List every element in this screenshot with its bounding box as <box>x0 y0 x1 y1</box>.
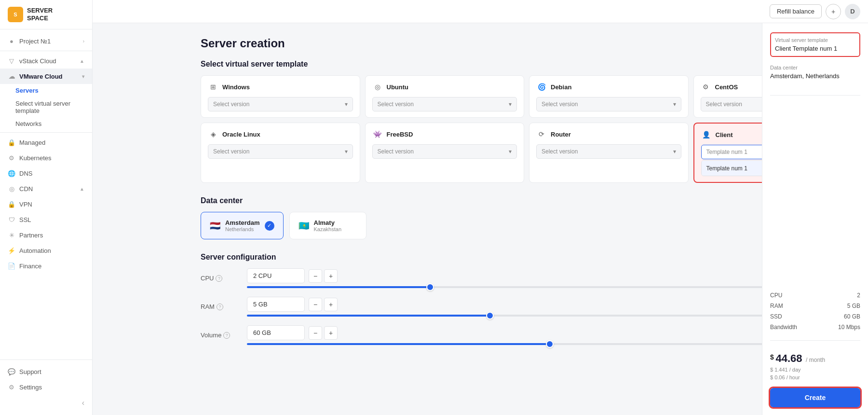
volume-decrease-button[interactable]: − <box>309 326 322 340</box>
rp-bandwidth-label: Bandwidth <box>770 324 797 331</box>
rp-template-value: Client Template num 1 <box>775 45 855 52</box>
centos-icon: ⚙ <box>701 82 711 92</box>
debian-version-select[interactable]: Select version ▾ <box>536 97 681 111</box>
template-card-freebsd-header: 👾 FreeBSD <box>372 129 517 139</box>
rp-template-highlighted: Virtual server template Client Template … <box>770 32 860 57</box>
sidebar-item-cdn[interactable]: ◎ CDN ▲ <box>0 181 92 196</box>
rp-ssd-spec: SSD 60 GB <box>770 313 860 320</box>
amsterdam-info: Amsterdam Netherlands <box>225 219 260 232</box>
managed-icon: 🔒 <box>8 138 15 146</box>
sidebar-item-support[interactable]: 💬 Support <box>0 364 92 379</box>
template-grid: ⊞ Windows Select version ▾ ◎ Ubuntu Sele… <box>201 75 853 183</box>
sidebar-managed-label: Managed <box>19 139 45 146</box>
sidebar-item-ssl[interactable]: 🛡 SSL <box>0 212 92 227</box>
partners-icon: ✳ <box>8 231 15 239</box>
sidebar-bottom: 💬 Support ⚙ Settings ‹ <box>0 360 92 415</box>
debian-name: Debian <box>551 83 571 91</box>
rp-ram-label: RAM <box>770 303 783 309</box>
oracle-version-chevron: ▾ <box>345 148 348 155</box>
sidebar-item-networks[interactable]: Networks <box>15 117 92 130</box>
windows-version-select[interactable]: Select version ▾ <box>208 97 353 111</box>
amsterdam-country: Netherlands <box>225 226 260 232</box>
template-card-freebsd[interactable]: 👾 FreeBSD Select version ▾ <box>365 123 525 183</box>
sidebar-item-settings[interactable]: ⚙ Settings <box>0 379 92 395</box>
sidebar-collapse-button[interactable]: ‹ <box>0 395 92 411</box>
cpu-help-icon[interactable]: ? <box>216 275 222 282</box>
dns-icon: 🌐 <box>8 169 15 177</box>
rp-datacenter-section: Data center Amsterdam, Netherlands <box>770 65 860 80</box>
template-card-debian-header: 🌀 Debian <box>536 82 681 92</box>
sidebar-item-automation[interactable]: ⚡ Automation <box>0 243 92 258</box>
template-card-router[interactable]: ⟳ Router Select version ▾ <box>529 123 689 183</box>
sidebar-item-servers-templates[interactable]: Select virtual server template <box>15 97 92 117</box>
freebsd-version-select[interactable]: Select version ▾ <box>372 144 517 159</box>
rp-cpu-label: CPU <box>770 292 782 299</box>
sidebar-finance-label: Finance <box>19 263 41 270</box>
cpu-decrease-button[interactable]: − <box>309 269 322 283</box>
debian-version-placeholder: Select version <box>542 101 578 108</box>
rp-ssd-value: 60 GB <box>844 313 860 320</box>
sidebar-item-vpn[interactable]: 🔒 VPN <box>0 196 92 212</box>
sidebar-ssl-label: SSL <box>19 216 31 223</box>
rp-datacenter-label: Data center <box>770 65 860 70</box>
add-button[interactable]: + <box>826 4 841 19</box>
client-name: Client <box>716 131 733 138</box>
sidebar-item-vmware[interactable]: ☁ VMware Cloud ▾ <box>0 69 92 84</box>
windows-name: Windows <box>222 83 250 91</box>
vmware-expand-icon: ▾ <box>82 74 84 79</box>
debian-version-chevron: ▾ <box>673 101 676 108</box>
rp-bandwidth-spec: Bandwidth 10 Mbps <box>770 324 860 331</box>
centos-name: CentOS <box>715 83 738 91</box>
template-card-debian[interactable]: 🌀 Debian Select version ▾ <box>529 75 689 118</box>
sidebar-vpn-label: VPN <box>19 201 32 208</box>
windows-version-chevron: ▾ <box>345 101 348 108</box>
rp-cpu-value: 2 <box>857 292 860 299</box>
sidebar-item-servers[interactable]: Servers <box>15 84 92 97</box>
datacenter-section-title: Data center <box>201 196 853 205</box>
ram-help-icon[interactable]: ? <box>217 304 223 310</box>
cdn-icon: ◎ <box>8 185 15 193</box>
volume-increase-button[interactable]: + <box>324 326 338 340</box>
ram-decrease-button[interactable]: − <box>309 298 322 311</box>
dc-card-amsterdam[interactable]: 🇳🇱 Amsterdam Netherlands ✓ <box>201 212 284 239</box>
volume-help-icon[interactable]: ? <box>223 332 230 339</box>
sidebar-item-vstack[interactable]: ▽ vStack Cloud ▲ <box>0 53 92 69</box>
refill-balance-button[interactable]: Refill balance <box>770 4 822 18</box>
sidebar-cdn-label: CDN <box>19 185 33 193</box>
vmware-icon: ☁ <box>8 72 15 80</box>
router-version-select[interactable]: Select version ▾ <box>536 144 681 159</box>
rp-price-section: $ 44.68 / month $ 1.441 / day $ 0.06 / h… <box>770 352 860 380</box>
vstack-expand-icon: ▲ <box>80 58 84 64</box>
sidebar-item-finance[interactable]: 📄 Finance <box>0 258 92 274</box>
sidebar-item-dns[interactable]: 🌐 DNS <box>0 166 92 181</box>
ram-label: RAM ? <box>201 303 239 310</box>
dc-card-almaty[interactable]: 🇰🇿 Almaty Kazakhstan <box>289 212 366 239</box>
ubuntu-version-chevron: ▾ <box>509 101 512 108</box>
create-button[interactable]: Create <box>770 388 860 407</box>
oracle-version-select[interactable]: Select version ▾ <box>208 144 353 159</box>
template-card-windows[interactable]: ⊞ Windows Select version ▾ <box>201 75 360 118</box>
volume-label-text: Volume <box>201 332 221 339</box>
template-card-ubuntu[interactable]: ◎ Ubuntu Select version ▾ <box>365 75 525 118</box>
almaty-info: Almaty Kazakhstan <box>314 219 341 232</box>
oracle-version-placeholder: Select version <box>213 148 249 155</box>
sidebar-partners-label: Partners <box>19 232 43 239</box>
cpu-config-row: CPU ? 2 CPU − + <box>201 268 853 288</box>
ubuntu-version-select[interactable]: Select version ▾ <box>372 97 517 111</box>
sidebar-item-kubernetes[interactable]: ⚙ Kubernetes <box>0 150 92 166</box>
server-config: CPU ? 2 CPU − + RAM ? <box>201 268 853 345</box>
template-card-router-header: ⟳ Router <box>536 129 681 139</box>
sidebar-item-partners[interactable]: ✳ Partners <box>0 227 92 243</box>
cpu-increase-button[interactable]: + <box>324 269 338 283</box>
sidebar-item-project[interactable]: ● Project №1 › <box>0 33 92 49</box>
ram-label-text: RAM <box>201 303 215 310</box>
rp-divider <box>770 95 860 96</box>
ram-increase-button[interactable]: + <box>324 298 338 311</box>
template-card-oracle[interactable]: ◈ Oracle Linux Select version ▾ <box>201 123 360 183</box>
avatar[interactable]: D <box>845 4 860 19</box>
cpu-stepper: − + <box>309 269 338 283</box>
rp-currency: $ <box>770 353 774 361</box>
rp-price-period: / month <box>806 357 825 363</box>
sidebar-item-managed[interactable]: 🔒 Managed <box>0 135 92 150</box>
add-icon: + <box>831 8 835 15</box>
